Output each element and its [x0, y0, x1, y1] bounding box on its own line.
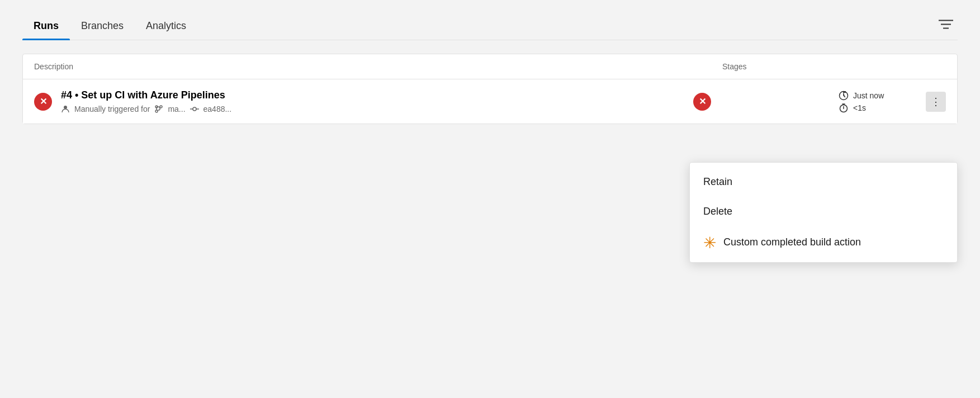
timing-when: Just now [853, 91, 884, 100]
run-row: #4 • Set up CI with Azure Pipelines Manu… [23, 79, 957, 124]
run-branch: ma... [168, 105, 185, 113]
stopwatch-icon [839, 103, 849, 113]
tab-branches[interactable]: Branches [70, 11, 135, 40]
run-info: #4 • Set up CI with Azure Pipelines Manu… [61, 89, 693, 113]
col-stages-header: Stages [722, 62, 946, 71]
svg-point-3 [64, 106, 67, 109]
run-timing: Just now <1s [839, 91, 917, 113]
run-status-icon [34, 93, 52, 111]
branch-icon [154, 105, 163, 113]
context-menu: Retain Delete ✳ Custom completed build a… [689, 162, 958, 263]
run-commit: ea488... [203, 105, 232, 113]
page-container: Runs Branches Analytics Description Stag… [0, 0, 980, 398]
more-button[interactable]: ⋮ [926, 92, 946, 112]
run-title[interactable]: #4 • Set up CI with Azure Pipelines [61, 89, 693, 101]
tab-runs[interactable]: Runs [22, 11, 70, 40]
runs-table: Description Stages #4 • Set up CI with A… [22, 54, 958, 124]
person-icon [61, 105, 70, 113]
stages-area: Just now <1s [693, 91, 917, 113]
filter-icon[interactable] [934, 14, 958, 37]
timing-when-row: Just now [839, 91, 917, 101]
context-menu-delete[interactable]: Delete [690, 197, 957, 226]
stage-fail-icon [693, 93, 711, 111]
svg-rect-11 [843, 91, 846, 93]
tabs-bar: Runs Branches Analytics [22, 11, 958, 40]
clock-flag-icon [839, 91, 849, 101]
run-trigger: Manually triggered for [74, 105, 150, 113]
asterisk-icon: ✳ [703, 235, 717, 249]
run-meta: Manually triggered for ma... [61, 105, 693, 113]
svg-point-7 [193, 107, 196, 111]
col-description-header: Description [34, 62, 722, 71]
commit-icon [190, 105, 199, 113]
svg-point-5 [155, 110, 158, 112]
table-header: Description Stages [23, 54, 957, 79]
tab-analytics[interactable]: Analytics [135, 11, 197, 40]
timing-duration: <1s [853, 103, 866, 112]
context-menu-custom-build[interactable]: ✳ Custom completed build action [690, 226, 957, 258]
timing-duration-row: <1s [839, 103, 917, 113]
context-menu-retain[interactable]: Retain [690, 167, 957, 197]
